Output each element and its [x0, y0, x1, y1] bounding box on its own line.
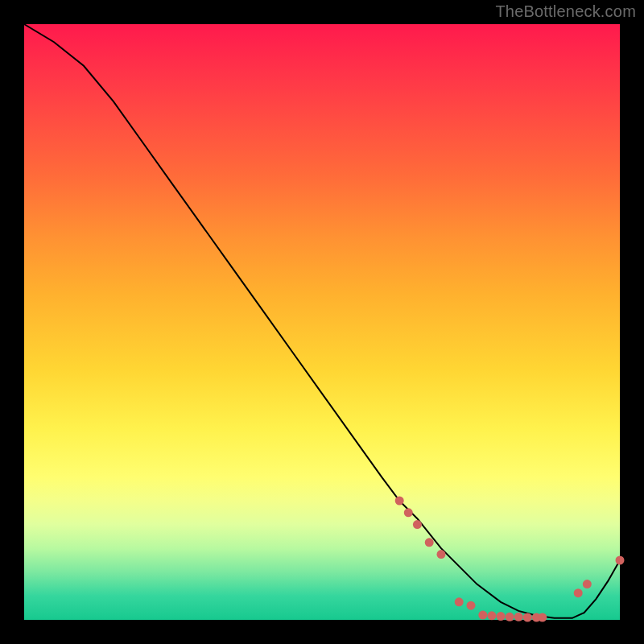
marker-dot [583, 580, 592, 588]
marker-dot [506, 613, 514, 621]
watermark-text: TheBottleneck.com [495, 2, 636, 21]
marker-dot [478, 611, 487, 620]
chart-frame: TheBottleneck.com [0, 0, 644, 644]
marker-dot [497, 612, 506, 621]
marker-dot [523, 613, 532, 622]
marker-dot [395, 497, 404, 506]
marker-dot [574, 588, 583, 597]
marker-dot [514, 613, 523, 621]
marker-dot [538, 613, 547, 622]
marker-dot [425, 538, 434, 547]
marker-dot [616, 556, 625, 565]
bottleneck-curve [24, 24, 620, 618]
plot-area [24, 24, 620, 620]
marker-dot [404, 508, 413, 517]
marker-dot [487, 611, 496, 620]
marker-dot [437, 550, 446, 559]
markers-group [395, 497, 625, 622]
chart-svg [24, 24, 620, 620]
marker-dot [455, 597, 464, 606]
marker-dot [413, 520, 422, 529]
marker-dot [467, 601, 476, 610]
